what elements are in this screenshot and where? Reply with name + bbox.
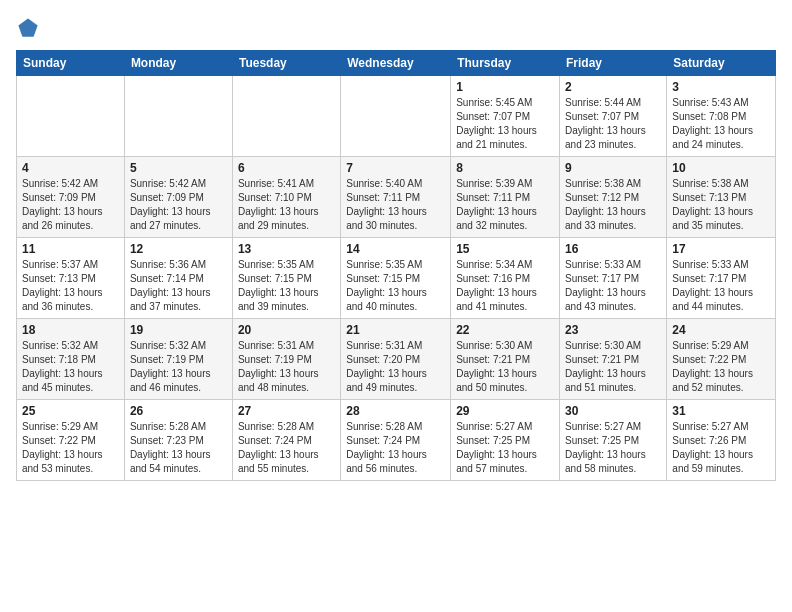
weekday-header-friday: Friday (560, 51, 667, 76)
day-info: Sunrise: 5:27 AM Sunset: 7:25 PM Dayligh… (456, 420, 554, 476)
day-info: Sunrise: 5:42 AM Sunset: 7:09 PM Dayligh… (130, 177, 227, 233)
weekday-header-sunday: Sunday (17, 51, 125, 76)
calendar-cell: 3Sunrise: 5:43 AM Sunset: 7:08 PM Daylig… (667, 76, 776, 157)
day-info: Sunrise: 5:34 AM Sunset: 7:16 PM Dayligh… (456, 258, 554, 314)
calendar-cell: 1Sunrise: 5:45 AM Sunset: 7:07 PM Daylig… (451, 76, 560, 157)
calendar-cell: 6Sunrise: 5:41 AM Sunset: 7:10 PM Daylig… (232, 157, 340, 238)
calendar-cell: 26Sunrise: 5:28 AM Sunset: 7:23 PM Dayli… (124, 400, 232, 481)
calendar-cell (232, 76, 340, 157)
day-number: 9 (565, 161, 661, 175)
day-number: 25 (22, 404, 119, 418)
day-number: 26 (130, 404, 227, 418)
day-info: Sunrise: 5:35 AM Sunset: 7:15 PM Dayligh… (238, 258, 335, 314)
day-info: Sunrise: 5:31 AM Sunset: 7:20 PM Dayligh… (346, 339, 445, 395)
day-info: Sunrise: 5:29 AM Sunset: 7:22 PM Dayligh… (672, 339, 770, 395)
calendar-cell: 7Sunrise: 5:40 AM Sunset: 7:11 PM Daylig… (341, 157, 451, 238)
day-info: Sunrise: 5:33 AM Sunset: 7:17 PM Dayligh… (672, 258, 770, 314)
day-info: Sunrise: 5:38 AM Sunset: 7:13 PM Dayligh… (672, 177, 770, 233)
day-info: Sunrise: 5:35 AM Sunset: 7:15 PM Dayligh… (346, 258, 445, 314)
day-number: 7 (346, 161, 445, 175)
day-info: Sunrise: 5:42 AM Sunset: 7:09 PM Dayligh… (22, 177, 119, 233)
logo (16, 16, 44, 40)
day-number: 24 (672, 323, 770, 337)
day-number: 13 (238, 242, 335, 256)
calendar-cell: 28Sunrise: 5:28 AM Sunset: 7:24 PM Dayli… (341, 400, 451, 481)
day-info: Sunrise: 5:43 AM Sunset: 7:08 PM Dayligh… (672, 96, 770, 152)
weekday-header-saturday: Saturday (667, 51, 776, 76)
calendar-cell: 14Sunrise: 5:35 AM Sunset: 7:15 PM Dayli… (341, 238, 451, 319)
calendar-week-row: 18Sunrise: 5:32 AM Sunset: 7:18 PM Dayli… (17, 319, 776, 400)
day-number: 30 (565, 404, 661, 418)
calendar-cell: 4Sunrise: 5:42 AM Sunset: 7:09 PM Daylig… (17, 157, 125, 238)
day-number: 16 (565, 242, 661, 256)
calendar-cell: 16Sunrise: 5:33 AM Sunset: 7:17 PM Dayli… (560, 238, 667, 319)
day-info: Sunrise: 5:28 AM Sunset: 7:23 PM Dayligh… (130, 420, 227, 476)
day-number: 23 (565, 323, 661, 337)
day-number: 31 (672, 404, 770, 418)
weekday-header-row: SundayMondayTuesdayWednesdayThursdayFrid… (17, 51, 776, 76)
logo-icon (16, 16, 40, 40)
calendar-cell (124, 76, 232, 157)
day-info: Sunrise: 5:32 AM Sunset: 7:19 PM Dayligh… (130, 339, 227, 395)
day-info: Sunrise: 5:41 AM Sunset: 7:10 PM Dayligh… (238, 177, 335, 233)
calendar-cell: 29Sunrise: 5:27 AM Sunset: 7:25 PM Dayli… (451, 400, 560, 481)
calendar-cell: 24Sunrise: 5:29 AM Sunset: 7:22 PM Dayli… (667, 319, 776, 400)
day-info: Sunrise: 5:40 AM Sunset: 7:11 PM Dayligh… (346, 177, 445, 233)
day-number: 12 (130, 242, 227, 256)
calendar-cell: 18Sunrise: 5:32 AM Sunset: 7:18 PM Dayli… (17, 319, 125, 400)
day-info: Sunrise: 5:27 AM Sunset: 7:26 PM Dayligh… (672, 420, 770, 476)
weekday-header-tuesday: Tuesday (232, 51, 340, 76)
day-number: 17 (672, 242, 770, 256)
calendar-cell: 17Sunrise: 5:33 AM Sunset: 7:17 PM Dayli… (667, 238, 776, 319)
day-info: Sunrise: 5:30 AM Sunset: 7:21 PM Dayligh… (456, 339, 554, 395)
day-info: Sunrise: 5:44 AM Sunset: 7:07 PM Dayligh… (565, 96, 661, 152)
day-info: Sunrise: 5:31 AM Sunset: 7:19 PM Dayligh… (238, 339, 335, 395)
day-info: Sunrise: 5:30 AM Sunset: 7:21 PM Dayligh… (565, 339, 661, 395)
calendar-cell (341, 76, 451, 157)
calendar-cell: 10Sunrise: 5:38 AM Sunset: 7:13 PM Dayli… (667, 157, 776, 238)
calendar-cell: 11Sunrise: 5:37 AM Sunset: 7:13 PM Dayli… (17, 238, 125, 319)
calendar-week-row: 1Sunrise: 5:45 AM Sunset: 7:07 PM Daylig… (17, 76, 776, 157)
day-number: 15 (456, 242, 554, 256)
calendar-cell: 22Sunrise: 5:30 AM Sunset: 7:21 PM Dayli… (451, 319, 560, 400)
calendar-cell (17, 76, 125, 157)
day-number: 29 (456, 404, 554, 418)
day-number: 14 (346, 242, 445, 256)
day-number: 11 (22, 242, 119, 256)
calendar-cell: 13Sunrise: 5:35 AM Sunset: 7:15 PM Dayli… (232, 238, 340, 319)
day-number: 27 (238, 404, 335, 418)
calendar-cell: 15Sunrise: 5:34 AM Sunset: 7:16 PM Dayli… (451, 238, 560, 319)
day-number: 20 (238, 323, 335, 337)
calendar-cell: 30Sunrise: 5:27 AM Sunset: 7:25 PM Dayli… (560, 400, 667, 481)
day-number: 19 (130, 323, 227, 337)
calendar-cell: 25Sunrise: 5:29 AM Sunset: 7:22 PM Dayli… (17, 400, 125, 481)
day-number: 21 (346, 323, 445, 337)
day-number: 2 (565, 80, 661, 94)
day-number: 1 (456, 80, 554, 94)
day-number: 22 (456, 323, 554, 337)
calendar-cell: 9Sunrise: 5:38 AM Sunset: 7:12 PM Daylig… (560, 157, 667, 238)
day-info: Sunrise: 5:27 AM Sunset: 7:25 PM Dayligh… (565, 420, 661, 476)
calendar-week-row: 25Sunrise: 5:29 AM Sunset: 7:22 PM Dayli… (17, 400, 776, 481)
calendar-cell: 21Sunrise: 5:31 AM Sunset: 7:20 PM Dayli… (341, 319, 451, 400)
day-info: Sunrise: 5:29 AM Sunset: 7:22 PM Dayligh… (22, 420, 119, 476)
calendar-cell: 8Sunrise: 5:39 AM Sunset: 7:11 PM Daylig… (451, 157, 560, 238)
calendar-week-row: 11Sunrise: 5:37 AM Sunset: 7:13 PM Dayli… (17, 238, 776, 319)
calendar-cell: 12Sunrise: 5:36 AM Sunset: 7:14 PM Dayli… (124, 238, 232, 319)
calendar-cell: 27Sunrise: 5:28 AM Sunset: 7:24 PM Dayli… (232, 400, 340, 481)
day-info: Sunrise: 5:33 AM Sunset: 7:17 PM Dayligh… (565, 258, 661, 314)
calendar-cell: 2Sunrise: 5:44 AM Sunset: 7:07 PM Daylig… (560, 76, 667, 157)
day-number: 6 (238, 161, 335, 175)
calendar-cell: 19Sunrise: 5:32 AM Sunset: 7:19 PM Dayli… (124, 319, 232, 400)
svg-marker-0 (18, 18, 37, 36)
day-info: Sunrise: 5:45 AM Sunset: 7:07 PM Dayligh… (456, 96, 554, 152)
weekday-header-wednesday: Wednesday (341, 51, 451, 76)
day-number: 8 (456, 161, 554, 175)
day-number: 18 (22, 323, 119, 337)
page-header (16, 16, 776, 40)
day-number: 5 (130, 161, 227, 175)
day-number: 28 (346, 404, 445, 418)
weekday-header-monday: Monday (124, 51, 232, 76)
day-info: Sunrise: 5:28 AM Sunset: 7:24 PM Dayligh… (346, 420, 445, 476)
weekday-header-thursday: Thursday (451, 51, 560, 76)
